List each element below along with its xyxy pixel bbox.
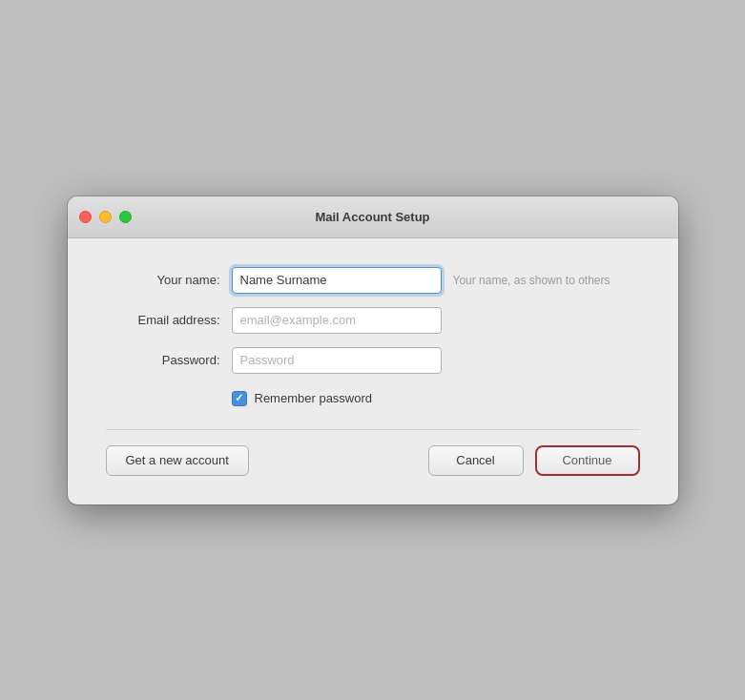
email-label: Email address:	[106, 313, 220, 327]
remember-password-checkbox[interactable]: ✓	[232, 391, 247, 406]
remember-password-label[interactable]: ✓ Remember password	[232, 391, 373, 406]
remember-password-text: Remember password	[255, 391, 373, 405]
password-label: Password:	[106, 353, 220, 367]
name-hint: Your name, as shown to others	[453, 274, 610, 287]
maximize-button[interactable]	[119, 211, 132, 223]
name-row: Your name: Your name, as shown to others	[106, 267, 640, 294]
traffic-lights	[79, 211, 132, 223]
email-row: Email address:	[106, 307, 640, 334]
name-label: Your name:	[106, 273, 220, 287]
form: Your name: Your name, as shown to others…	[106, 267, 640, 420]
cancel-button[interactable]: Cancel	[428, 445, 524, 476]
close-button[interactable]	[79, 211, 92, 223]
mail-account-setup-window: Mail Account Setup Your name: Your name,…	[68, 196, 678, 504]
window-title: Mail Account Setup	[315, 210, 429, 224]
content-area: Your name: Your name, as shown to others…	[68, 238, 678, 504]
get-new-account-button[interactable]: Get a new account	[106, 445, 249, 476]
password-row: Password:	[106, 347, 640, 374]
right-buttons: Cancel Continue	[428, 445, 640, 476]
name-input[interactable]	[232, 267, 442, 294]
button-row: Get a new account Cancel Continue	[106, 429, 640, 485]
remember-password-row: ✓ Remember password	[232, 391, 640, 406]
continue-button[interactable]: Continue	[535, 445, 640, 476]
email-input[interactable]	[232, 307, 442, 334]
checkmark-icon: ✓	[235, 393, 243, 403]
minimize-button[interactable]	[99, 211, 112, 223]
titlebar: Mail Account Setup	[68, 196, 678, 238]
password-input[interactable]	[232, 347, 442, 374]
